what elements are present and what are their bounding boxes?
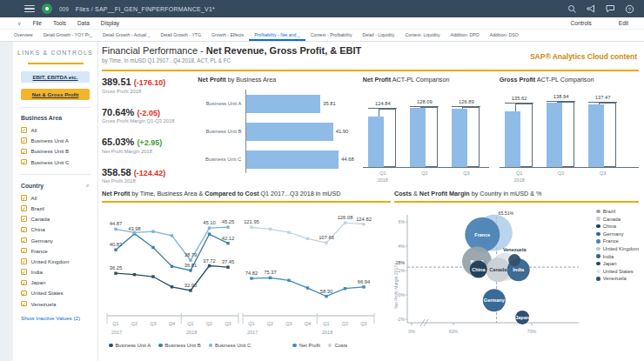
- business-area-checkbox-business-unit-a[interactable]: ✓Business Unit A: [21, 136, 90, 146]
- kpi-tile-gross-profit-margin-q1-q3-2018[interactable]: 70.64% (-2.05)Gross Profit Margin Q1-Q3 …: [102, 108, 192, 124]
- data-point-business-unit-a-0[interactable]: [114, 271, 117, 274]
- data-point-business-unit-b-2[interactable]: [151, 246, 154, 249]
- line-series-business-unit-c[interactable]: [116, 227, 228, 260]
- tab-addition-dso[interactable]: Addition- DSO: [485, 30, 524, 41]
- menu-file[interactable]: File: [32, 20, 41, 26]
- tab-context-profitability[interactable]: Context - Profitability: [305, 30, 358, 41]
- legend-item-japan[interactable]: Japan: [596, 261, 639, 266]
- kpi-tile-net-profit-margin-2018[interactable]: 65.03% (+2.95)Net Profit Margin 2018: [102, 137, 192, 154]
- data-point-business-unit-c-4[interactable]: [189, 259, 191, 262]
- bubble-venezuela[interactable]: [508, 254, 520, 266]
- chevron-down-icon[interactable]: ∨: [17, 20, 21, 26]
- data-point-net-profit-5[interactable]: [344, 287, 346, 290]
- data-point-costs-3[interactable]: [306, 237, 309, 240]
- actual-bar-q1[interactable]: [505, 111, 520, 167]
- legend-item-business-unit-c[interactable]: Business Unit C: [209, 343, 252, 348]
- business-area-checkbox-all[interactable]: ✓All: [21, 124, 90, 135]
- data-point-business-unit-c-5[interactable]: [208, 226, 211, 229]
- legend-item-business-unit-b[interactable]: Business Unit B: [158, 343, 200, 348]
- data-point-net-profit-0[interactable]: [250, 277, 252, 279]
- controls-button[interactable]: Controls: [571, 20, 592, 26]
- bar-business-unit-b[interactable]: [246, 123, 332, 141]
- tab-growth-effects[interactable]: Growth - Effects: [206, 30, 249, 41]
- country-checkbox-japan[interactable]: ✓Japan: [21, 277, 90, 288]
- sidebar-button-ebit-ebitda-etc[interactable]: EBIT, EBITDA etc.: [21, 71, 90, 83]
- menu-data[interactable]: Data: [77, 20, 90, 26]
- country-checkbox-india[interactable]: ✓India: [21, 267, 90, 277]
- tab-overview[interactable]: Overview: [9, 30, 38, 41]
- bar-business-unit-a[interactable]: [246, 95, 320, 113]
- hamburger-menu-icon[interactable]: [24, 5, 35, 12]
- tab-context-liquidity[interactable]: Context- Liquidity: [399, 30, 445, 41]
- data-point-net-profit-3[interactable]: [306, 286, 309, 289]
- data-point-net-profit-6[interactable]: [362, 285, 365, 288]
- country-checkbox-united-states[interactable]: ✓United States: [21, 288, 90, 298]
- business-area-checkbox-business-unit-b[interactable]: ✓Business Unit B: [21, 146, 90, 157]
- legend-item-business-unit-a[interactable]: Business Unit A: [109, 343, 151, 348]
- data-point-net-profit-1[interactable]: [269, 277, 272, 279]
- kpi-tile-gross-profit-2018[interactable]: 389.51 (-176.10)Gross Profit 2018: [102, 77, 192, 94]
- search-icon[interactable]: [566, 3, 578, 15]
- data-point-business-unit-a-2[interactable]: [151, 275, 154, 277]
- show-inactive-values-link[interactable]: Show Inactive Values (2): [21, 315, 90, 321]
- kpi-tile-net-profit-2018[interactable]: 358.58 (-124.42)Net Profit 2018: [102, 168, 192, 184]
- help-icon[interactable]: ?: [623, 3, 635, 15]
- edit-button[interactable]: Edit: [619, 20, 628, 26]
- data-point-business-unit-a-1[interactable]: [133, 273, 136, 276]
- legend-item-germany[interactable]: Germany: [596, 231, 639, 237]
- country-checkbox-brazil[interactable]: ✓Brazil: [21, 203, 90, 213]
- legend-item-venezuela[interactable]: Venezuela: [596, 276, 639, 281]
- actual-bar-q3[interactable]: [588, 104, 604, 167]
- sidebar-button-net-gross-profit[interactable]: Net & Gross Profit: [21, 89, 90, 100]
- data-point-business-unit-b-0[interactable]: [114, 249, 117, 251]
- data-point-business-unit-b-3[interactable]: [171, 265, 173, 268]
- data-point-business-unit-b-6[interactable]: [226, 242, 229, 244]
- tab-detail-growth-yoy-pr[interactable]: Detail Growth - YOY Pr_: [38, 30, 97, 41]
- country-checkbox-canada[interactable]: ✓Canada: [21, 214, 90, 224]
- actual-bar-q1[interactable]: [368, 117, 384, 167]
- data-point-costs-2[interactable]: [287, 231, 290, 233]
- legend-item-costs[interactable]: Costs: [328, 343, 347, 348]
- legend-item-united-states[interactable]: United States: [596, 269, 639, 274]
- legend-item-india[interactable]: India: [596, 254, 639, 259]
- data-point-business-unit-a-5[interactable]: [208, 264, 211, 267]
- data-point-business-unit-c-3[interactable]: [171, 234, 173, 237]
- megaphone-icon[interactable]: [585, 3, 597, 15]
- legend-item-china[interactable]: China: [596, 224, 639, 229]
- breadcrumb[interactable]: Files / SAP__FI_GEN_FINPERFORMANCE_V1*: [76, 6, 215, 12]
- menu-display[interactable]: Display: [101, 20, 119, 26]
- tab-addition-dpo[interactable]: Addition- DPO: [446, 30, 485, 41]
- tab-profitability-net-and[interactable]: Profitability - Net and _: [249, 30, 305, 41]
- country-checkbox-china[interactable]: ✓China: [21, 224, 90, 235]
- data-point-costs-5[interactable]: [344, 221, 346, 224]
- data-point-costs-4[interactable]: [325, 241, 327, 244]
- chat-icon[interactable]: [604, 3, 616, 15]
- legend-item-brazil[interactable]: Brazil: [596, 209, 639, 214]
- country-checkbox-germany[interactable]: ✓Germany: [21, 235, 90, 245]
- data-point-business-unit-c-6[interactable]: [226, 225, 229, 228]
- data-point-business-unit-a-4[interactable]: [189, 289, 191, 291]
- data-point-business-unit-c-1[interactable]: [133, 231, 136, 234]
- actual-bar-q2[interactable]: [410, 108, 426, 167]
- actual-bar-q3[interactable]: [452, 109, 467, 167]
- legend-item-canada[interactable]: Canada: [596, 217, 639, 222]
- menu-tools[interactable]: Tools: [53, 20, 66, 26]
- data-point-net-profit-2[interactable]: [287, 279, 290, 282]
- data-point-business-unit-a-6[interactable]: [226, 265, 229, 268]
- country-checkbox-france[interactable]: ✓France: [21, 245, 90, 256]
- data-point-business-unit-a-3[interactable]: [171, 285, 173, 288]
- data-point-costs-0[interactable]: [250, 226, 252, 229]
- data-point-business-unit-c-2[interactable]: [151, 231, 154, 233]
- data-point-net-profit-4[interactable]: [325, 295, 327, 297]
- tab-detail-liquidity[interactable]: Detail - Liquidity: [358, 30, 400, 41]
- country-checkbox-all[interactable]: ✓All: [21, 192, 90, 203]
- legend-item-net-profit[interactable]: Net Profit: [292, 343, 320, 348]
- country-search-icon[interactable]: ⌕: [86, 182, 90, 189]
- country-checkbox-united-kingdom[interactable]: ✓United Kingdom: [21, 256, 90, 266]
- tab-detail-growth-actual[interactable]: Detail Growth - Actual _: [97, 30, 156, 41]
- actual-bar-q2[interactable]: [547, 103, 562, 167]
- country-checkbox-venezuela[interactable]: ✓Venezuela: [21, 298, 90, 309]
- data-point-business-unit-b-4[interactable]: [189, 269, 191, 271]
- data-point-business-unit-c-0[interactable]: [114, 228, 117, 231]
- data-point-costs-1[interactable]: [269, 228, 272, 231]
